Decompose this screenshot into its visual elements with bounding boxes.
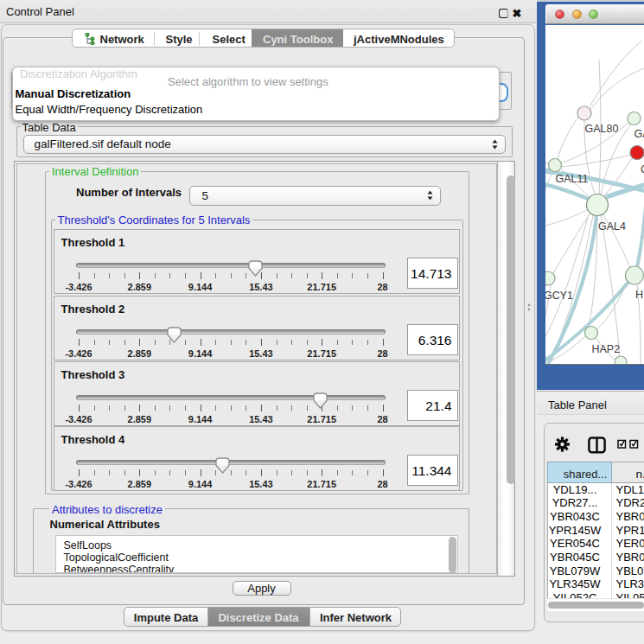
svg-text:GCY1: GCY1 [545, 289, 573, 301]
svg-text:HAP2: HAP2 [592, 343, 621, 355]
svg-text:G: G [641, 163, 644, 175]
svg-text:GA: GA [634, 128, 644, 140]
svg-text:GAL80: GAL80 [585, 122, 619, 134]
svg-text:GAL11: GAL11 [556, 173, 589, 185]
svg-text:GAL4: GAL4 [598, 220, 626, 232]
svg-text:H: H [635, 289, 643, 301]
